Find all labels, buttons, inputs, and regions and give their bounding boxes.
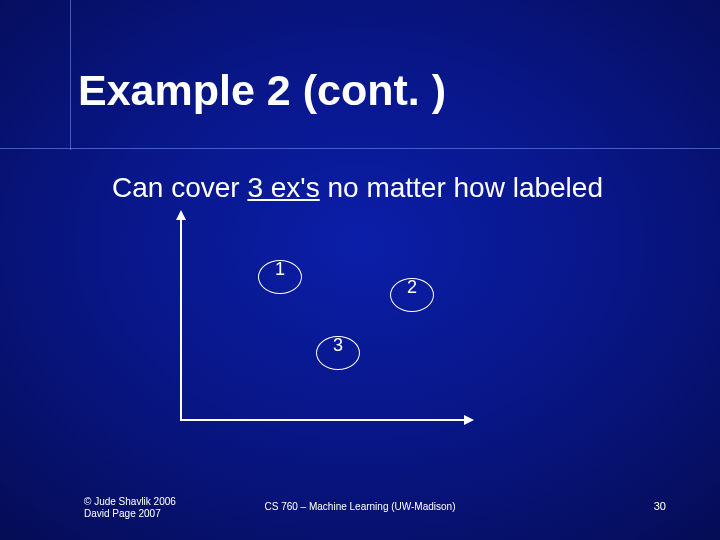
slide-title: Example 2 (cont. ) xyxy=(78,66,446,115)
arrow-right-icon xyxy=(464,415,474,425)
point-3-label: 3 xyxy=(333,335,343,356)
body-pre: Can cover xyxy=(112,172,247,203)
slide-number: 30 xyxy=(654,500,666,512)
decor-horizontal-line xyxy=(0,148,720,149)
axis-x xyxy=(180,419,466,421)
point-3: 3 xyxy=(316,336,360,370)
arrow-up-icon xyxy=(176,210,186,220)
body-post: no matter how labeled xyxy=(320,172,603,203)
point-1: 1 xyxy=(258,260,302,294)
slide: Example 2 (cont. ) Can cover 3 ex's no m… xyxy=(0,0,720,540)
axis-y xyxy=(180,216,182,421)
body-underlined: 3 ex's xyxy=(247,172,319,203)
footer-center: CS 760 – Machine Learning (UW-Madison) xyxy=(0,501,720,512)
decor-vertical-line xyxy=(70,0,71,150)
point-2: 2 xyxy=(390,278,434,312)
point-2-label: 2 xyxy=(407,277,417,298)
body-text: Can cover 3 ex's no matter how labeled xyxy=(112,172,603,204)
point-1-label: 1 xyxy=(275,259,285,280)
